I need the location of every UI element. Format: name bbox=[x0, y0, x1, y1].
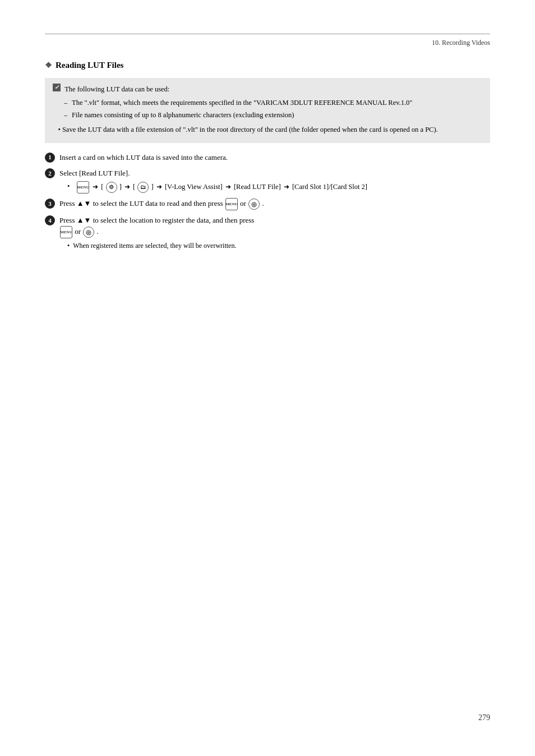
step-4-or: or bbox=[75, 227, 82, 236]
note-small-text: When registered items are selected, they… bbox=[73, 241, 236, 251]
step-3-press: Press bbox=[59, 199, 77, 208]
step-2-sub: • MENU ➜ [ ⚙ ] ➜ [ 🗂 ] ➜ [V-Log View Ass… bbox=[67, 181, 490, 193]
page-container: 10. Recording Videos ❖ Reading LUT Files… bbox=[0, 0, 535, 756]
step-num-4: 4 bbox=[45, 215, 55, 225]
note-dash-2: – File names consisting of up to 8 alpha… bbox=[64, 109, 482, 121]
note-dash-group: – The ".vlt" format, which meets the req… bbox=[64, 97, 482, 121]
step-text-1: Insert a card on which LUT data is saved… bbox=[59, 153, 228, 162]
step-content-4: Press ▲▼ to select the location to regis… bbox=[59, 215, 490, 251]
step-3-triangles: ▲▼ bbox=[77, 199, 91, 208]
sub-bullet-dot-2: • bbox=[67, 181, 73, 192]
arrow-4: ➜ bbox=[225, 183, 231, 191]
note-dash-1: – The ".vlt" format, which meets the req… bbox=[64, 97, 482, 108]
arrow-5: ➜ bbox=[284, 183, 289, 191]
step-2: 2 Select [Read LUT File]. • MENU ➜ [ ⚙ ]… bbox=[45, 168, 490, 193]
step-1: 1 Insert a card on which LUT data is sav… bbox=[45, 152, 490, 163]
step-3-period: . bbox=[262, 199, 264, 208]
note-box: ✓ The following LUT data can be used: – … bbox=[45, 78, 490, 143]
note-spacer bbox=[53, 124, 58, 135]
menu-btn-4: MENU bbox=[60, 226, 72, 238]
step-4-note: • When registered items are selected, th… bbox=[67, 241, 490, 251]
arrow-1: ➜ bbox=[93, 183, 98, 191]
step-4-middle: to select the location to register the d… bbox=[93, 216, 255, 224]
step-num-1: 1 bbox=[45, 153, 55, 163]
step-3-or: or bbox=[240, 199, 248, 208]
dial-btn-3: ◎ bbox=[248, 199, 260, 210]
page-number: 279 bbox=[478, 713, 490, 722]
menu-btn-3: MENU bbox=[225, 198, 238, 210]
page-number-text: 279 bbox=[478, 713, 490, 722]
step-content-3: Press ▲▼ to select the LUT data to read … bbox=[59, 198, 490, 210]
step-content-1: Insert a card on which LUT data is saved… bbox=[59, 152, 490, 163]
step-2-sub-content: MENU ➜ [ ⚙ ] ➜ [ 🗂 ] ➜ [V-Log View Assis… bbox=[76, 181, 367, 193]
dash-sym-1: – bbox=[64, 97, 72, 108]
step-4-triangles: ▲▼ bbox=[77, 216, 91, 224]
step-4-period: . bbox=[97, 227, 99, 236]
dash-sym-2: – bbox=[64, 109, 72, 121]
note-bullet-2: • bbox=[58, 124, 62, 135]
note-small-bullet: • bbox=[67, 241, 70, 251]
section-title: ❖ Reading LUT Files bbox=[45, 61, 490, 70]
steps-list: 1 Insert a card on which LUT data is sav… bbox=[45, 152, 490, 251]
top-rule bbox=[45, 34, 490, 34]
dash-text-2: File names consisting of up to 8 alphanu… bbox=[72, 109, 294, 121]
step-4-press: Press bbox=[59, 216, 77, 224]
step-num-3: 3 bbox=[45, 199, 55, 209]
note-text-1: The following LUT data can be used: bbox=[64, 84, 169, 95]
note-text-2: Save the LUT data with a file extension … bbox=[62, 124, 438, 135]
wrench-btn: ⚙ bbox=[106, 182, 117, 193]
arrow-2: ➜ bbox=[124, 183, 130, 191]
step-3-middle: to select the LUT data to read and then … bbox=[93, 199, 225, 208]
header-text: 10. Recording Videos bbox=[432, 39, 490, 47]
note-icon: ✓ bbox=[53, 84, 61, 91]
note-line-1: ✓ The following LUT data can be used: bbox=[53, 84, 482, 95]
page-header: 10. Recording Videos bbox=[45, 39, 490, 47]
title-text: Reading LUT Files bbox=[56, 61, 123, 70]
step-3: 3 Press ▲▼ to select the LUT data to rea… bbox=[45, 198, 490, 210]
step-content-2: Select [Read LUT File]. • MENU ➜ [ ⚙ ] ➜… bbox=[59, 168, 490, 193]
card-btn: 🗂 bbox=[137, 182, 149, 193]
diamond-icon: ❖ bbox=[45, 61, 52, 70]
step-num-2: 2 bbox=[45, 168, 55, 178]
menu-btn: MENU bbox=[77, 181, 89, 193]
step-4: 4 Press ▲▼ to select the location to reg… bbox=[45, 215, 490, 251]
note-line-2: • Save the LUT data with a file extensio… bbox=[53, 124, 482, 135]
arrow-3: ➜ bbox=[156, 183, 162, 191]
step-text-2: Select [Read LUT File]. bbox=[59, 169, 130, 177]
dial-btn-4: ◎ bbox=[83, 227, 94, 238]
dash-text-1: The ".vlt" format, which meets the requi… bbox=[72, 97, 412, 108]
